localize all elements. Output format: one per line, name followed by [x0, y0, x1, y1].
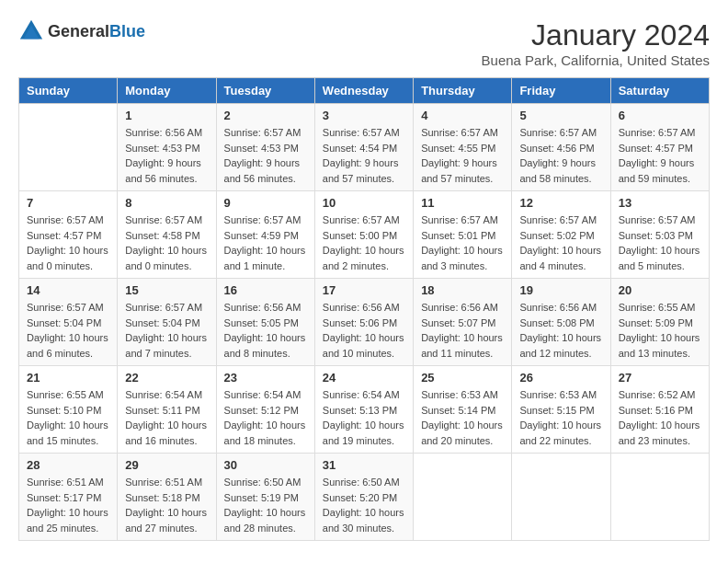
- day-info: Sunrise: 6:57 AM Sunset: 5:04 PM Dayligh…: [125, 300, 208, 361]
- day-number: 24: [323, 371, 405, 385]
- calendar-week-row: 14Sunrise: 6:57 AM Sunset: 5:04 PM Dayli…: [19, 279, 710, 366]
- calendar-body: 1Sunrise: 6:56 AM Sunset: 4:53 PM Daylig…: [19, 104, 710, 541]
- calendar-cell: 14Sunrise: 6:57 AM Sunset: 5:04 PM Dayli…: [19, 279, 118, 366]
- day-number: 28: [27, 458, 109, 472]
- page-header: GeneralBlue January 2024 Buena Park, Cal…: [18, 18, 710, 68]
- calendar-cell: 29Sunrise: 6:51 AM Sunset: 5:18 PM Dayli…: [118, 454, 216, 541]
- calendar-week-row: 7Sunrise: 6:57 AM Sunset: 4:57 PM Daylig…: [19, 191, 710, 279]
- day-info: Sunrise: 6:53 AM Sunset: 5:14 PM Dayligh…: [421, 387, 504, 448]
- day-number: 5: [519, 109, 602, 122]
- day-info: Sunrise: 6:57 AM Sunset: 4:59 PM Dayligh…: [224, 213, 307, 273]
- calendar-cell: 22Sunrise: 6:54 AM Sunset: 5:11 PM Dayli…: [118, 366, 216, 454]
- day-info: Sunrise: 6:56 AM Sunset: 5:07 PM Dayligh…: [421, 300, 504, 361]
- day-of-week-thursday: Thursday: [414, 78, 512, 104]
- calendar-cell: 27Sunrise: 6:52 AM Sunset: 5:16 PM Dayli…: [610, 366, 709, 454]
- day-number: 11: [421, 196, 504, 210]
- day-info: Sunrise: 6:56 AM Sunset: 5:08 PM Dayligh…: [519, 300, 602, 361]
- day-info: Sunrise: 6:57 AM Sunset: 4:55 PM Dayligh…: [421, 125, 504, 186]
- calendar-cell: [512, 454, 610, 541]
- calendar-cell: 24Sunrise: 6:54 AM Sunset: 5:13 PM Dayli…: [314, 366, 413, 454]
- day-number: 13: [619, 196, 701, 210]
- day-info: Sunrise: 6:57 AM Sunset: 4:54 PM Dayligh…: [323, 125, 405, 186]
- day-info: Sunrise: 6:57 AM Sunset: 4:57 PM Dayligh…: [619, 125, 701, 186]
- day-number: 14: [27, 283, 109, 297]
- day-number: 25: [421, 371, 504, 385]
- day-of-week-monday: Monday: [118, 78, 216, 104]
- calendar-cell: [19, 104, 118, 191]
- day-info: Sunrise: 6:57 AM Sunset: 5:01 PM Dayligh…: [421, 213, 504, 273]
- day-number: 22: [125, 371, 208, 385]
- calendar-cell: 13Sunrise: 6:57 AM Sunset: 5:03 PM Dayli…: [610, 191, 709, 279]
- day-number: 8: [125, 196, 208, 210]
- calendar-week-row: 1Sunrise: 6:56 AM Sunset: 4:53 PM Daylig…: [19, 104, 710, 191]
- calendar-cell: 21Sunrise: 6:55 AM Sunset: 5:10 PM Dayli…: [19, 366, 118, 454]
- day-number: 21: [27, 371, 109, 385]
- day-info: Sunrise: 6:57 AM Sunset: 4:53 PM Dayligh…: [224, 125, 307, 186]
- day-of-week-saturday: Saturday: [610, 78, 709, 104]
- calendar-cell: 25Sunrise: 6:53 AM Sunset: 5:14 PM Dayli…: [414, 366, 512, 454]
- calendar-cell: 30Sunrise: 6:50 AM Sunset: 5:19 PM Dayli…: [216, 454, 314, 541]
- calendar-cell: 23Sunrise: 6:54 AM Sunset: 5:12 PM Dayli…: [216, 366, 314, 454]
- calendar-cell: 4Sunrise: 6:57 AM Sunset: 4:55 PM Daylig…: [414, 104, 512, 191]
- day-info: Sunrise: 6:55 AM Sunset: 5:09 PM Dayligh…: [619, 300, 701, 361]
- calendar-cell: 19Sunrise: 6:56 AM Sunset: 5:08 PM Dayli…: [512, 279, 610, 366]
- day-number: 17: [323, 283, 405, 297]
- day-info: Sunrise: 6:57 AM Sunset: 4:58 PM Dayligh…: [125, 213, 208, 273]
- calendar-cell: 1Sunrise: 6:56 AM Sunset: 4:53 PM Daylig…: [118, 104, 216, 191]
- calendar-cell: 2Sunrise: 6:57 AM Sunset: 4:53 PM Daylig…: [216, 104, 314, 191]
- day-number: 12: [519, 196, 602, 210]
- day-number: 20: [619, 283, 701, 297]
- day-number: 31: [323, 458, 405, 472]
- day-info: Sunrise: 6:53 AM Sunset: 5:15 PM Dayligh…: [519, 387, 602, 448]
- calendar-cell: 11Sunrise: 6:57 AM Sunset: 5:01 PM Dayli…: [414, 191, 512, 279]
- day-number: 29: [125, 458, 208, 472]
- calendar-cell: 16Sunrise: 6:56 AM Sunset: 5:05 PM Dayli…: [216, 279, 314, 366]
- calendar-cell: 12Sunrise: 6:57 AM Sunset: 5:02 PM Dayli…: [512, 191, 610, 279]
- day-info: Sunrise: 6:50 AM Sunset: 5:20 PM Dayligh…: [323, 475, 405, 535]
- day-info: Sunrise: 6:57 AM Sunset: 5:00 PM Dayligh…: [323, 213, 405, 273]
- calendar-cell: 3Sunrise: 6:57 AM Sunset: 4:54 PM Daylig…: [314, 104, 413, 191]
- day-info: Sunrise: 6:57 AM Sunset: 5:03 PM Dayligh…: [619, 213, 701, 273]
- logo-general-text: General: [48, 22, 109, 40]
- day-number: 26: [519, 371, 602, 385]
- day-info: Sunrise: 6:56 AM Sunset: 5:05 PM Dayligh…: [224, 300, 307, 361]
- day-number: 23: [224, 371, 307, 385]
- day-number: 1: [125, 109, 208, 122]
- day-number: 7: [27, 196, 109, 210]
- calendar-cell: [414, 454, 512, 541]
- day-of-week-sunday: Sunday: [19, 78, 118, 104]
- calendar-cell: 8Sunrise: 6:57 AM Sunset: 4:58 PM Daylig…: [118, 191, 216, 279]
- calendar-cell: 18Sunrise: 6:56 AM Sunset: 5:07 PM Dayli…: [414, 279, 512, 366]
- calendar-week-row: 21Sunrise: 6:55 AM Sunset: 5:10 PM Dayli…: [19, 366, 710, 454]
- calendar-cell: [610, 454, 709, 541]
- day-number: 10: [323, 196, 405, 210]
- day-info: Sunrise: 6:57 AM Sunset: 4:56 PM Dayligh…: [519, 125, 602, 186]
- day-info: Sunrise: 6:51 AM Sunset: 5:18 PM Dayligh…: [125, 475, 208, 535]
- calendar-title: January 2024: [482, 18, 710, 52]
- day-info: Sunrise: 6:56 AM Sunset: 5:06 PM Dayligh…: [323, 300, 405, 361]
- day-number: 18: [421, 283, 504, 297]
- calendar-cell: 5Sunrise: 6:57 AM Sunset: 4:56 PM Daylig…: [512, 104, 610, 191]
- day-number: 3: [323, 109, 405, 122]
- title-block: January 2024 Buena Park, California, Uni…: [482, 18, 710, 68]
- calendar-header: SundayMondayTuesdayWednesdayThursdayFrid…: [19, 78, 710, 104]
- day-number: 16: [224, 283, 307, 297]
- calendar-cell: 6Sunrise: 6:57 AM Sunset: 4:57 PM Daylig…: [610, 104, 709, 191]
- calendar-table: SundayMondayTuesdayWednesdayThursdayFrid…: [18, 77, 710, 541]
- day-number: 27: [619, 371, 701, 385]
- logo-icon: [18, 18, 44, 44]
- day-of-week-friday: Friday: [512, 78, 610, 104]
- calendar-cell: 28Sunrise: 6:51 AM Sunset: 5:17 PM Dayli…: [19, 454, 118, 541]
- day-info: Sunrise: 6:52 AM Sunset: 5:16 PM Dayligh…: [619, 387, 701, 448]
- day-of-week-tuesday: Tuesday: [216, 78, 314, 104]
- calendar-cell: 20Sunrise: 6:55 AM Sunset: 5:09 PM Dayli…: [610, 279, 709, 366]
- day-info: Sunrise: 6:57 AM Sunset: 5:04 PM Dayligh…: [27, 300, 109, 361]
- day-number: 15: [125, 283, 208, 297]
- calendar-week-row: 28Sunrise: 6:51 AM Sunset: 5:17 PM Dayli…: [19, 454, 710, 541]
- calendar-cell: 7Sunrise: 6:57 AM Sunset: 4:57 PM Daylig…: [19, 191, 118, 279]
- day-number: 9: [224, 196, 307, 210]
- day-header-row: SundayMondayTuesdayWednesdayThursdayFrid…: [19, 78, 710, 104]
- day-info: Sunrise: 6:56 AM Sunset: 4:53 PM Dayligh…: [125, 125, 208, 186]
- day-number: 19: [519, 283, 602, 297]
- day-info: Sunrise: 6:54 AM Sunset: 5:11 PM Dayligh…: [125, 387, 208, 448]
